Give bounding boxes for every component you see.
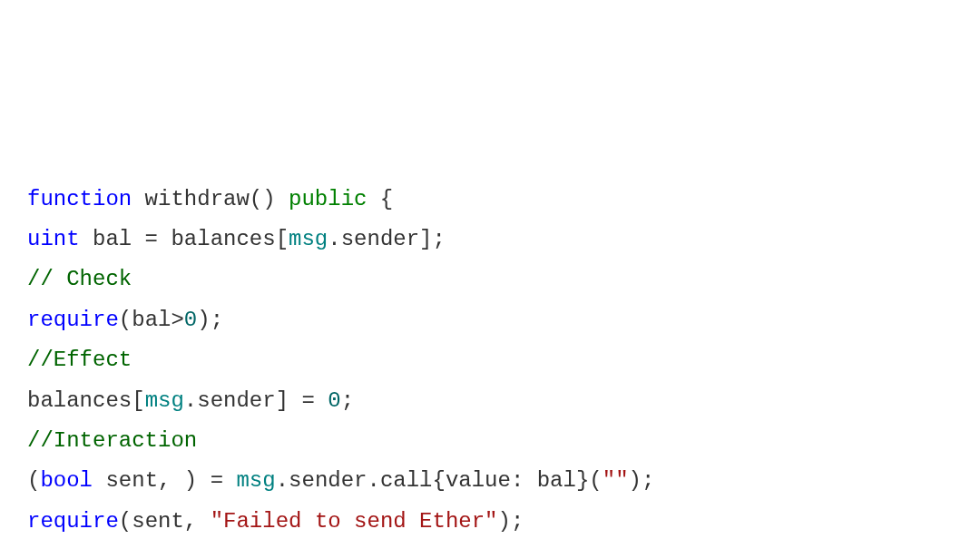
keyword-uint: uint bbox=[27, 227, 80, 251]
code-text: { bbox=[367, 187, 393, 211]
identifier-msg: msg bbox=[289, 227, 328, 251]
code-text: .sender] = bbox=[184, 388, 328, 413]
number-literal: 0 bbox=[184, 308, 197, 332]
code-line-9: require(sent, "Failed to send Ether"); bbox=[27, 502, 953, 539]
keyword-function: function bbox=[27, 187, 132, 211]
comment: //Interaction bbox=[27, 428, 197, 453]
code-text: balances[ bbox=[27, 388, 145, 413]
code-text: .sender.call{value: bal}( bbox=[276, 468, 603, 493]
identifier-msg: msg bbox=[145, 388, 184, 413]
code-text: ( bbox=[27, 468, 40, 493]
code-text: .sender]; bbox=[328, 227, 446, 251]
code-text: bal = balances[ bbox=[80, 227, 289, 251]
keyword-public: public bbox=[289, 187, 367, 211]
comment: //Effect bbox=[27, 348, 132, 372]
code-text: withdraw() bbox=[132, 187, 289, 211]
code-text: sent, ) = bbox=[93, 468, 236, 493]
code-line-7: //Interaction bbox=[27, 421, 953, 461]
code-line-1: function withdraw() public { bbox=[27, 180, 953, 220]
code-text: ); bbox=[197, 308, 223, 332]
comment: // Check bbox=[27, 267, 132, 291]
code-text: (bal> bbox=[119, 308, 184, 332]
call-require: require bbox=[27, 308, 119, 332]
code-text: ); bbox=[629, 468, 655, 493]
string-literal: "" bbox=[603, 468, 629, 493]
code-text: ; bbox=[341, 388, 354, 413]
code-line-3: // Check bbox=[27, 260, 953, 299]
code-line-4: require(bal>0); bbox=[27, 300, 953, 340]
code-line-6: balances[msg.sender] = 0; bbox=[27, 381, 953, 421]
number-literal: 0 bbox=[328, 388, 340, 413]
keyword-bool: bool bbox=[40, 468, 93, 493]
code-snippet: function withdraw() public {uint bal = b… bbox=[27, 180, 953, 539]
identifier-msg: msg bbox=[236, 468, 275, 493]
code-text: (sent, bbox=[119, 509, 211, 534]
code-line-8: (bool sent, ) = msg.sender.call{value: b… bbox=[27, 461, 953, 501]
string-literal: "Failed to send Ether" bbox=[211, 509, 498, 534]
code-line-5: //Effect bbox=[27, 340, 953, 380]
code-text: ); bbox=[498, 509, 524, 534]
call-require: require bbox=[27, 509, 119, 534]
code-line-2: uint bal = balances[msg.sender]; bbox=[27, 220, 953, 260]
